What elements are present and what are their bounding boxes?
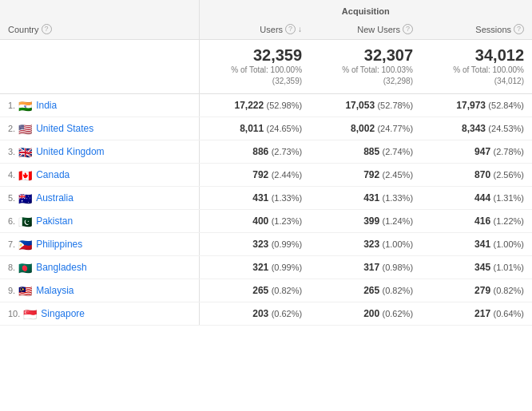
new-users-pct: (0.98%) xyxy=(383,263,414,272)
new-users-cell: 885 (2.74%) xyxy=(310,140,421,164)
sessions-value: 870 xyxy=(474,169,490,180)
users-value: 17,222 xyxy=(234,100,264,111)
users-cell: 323 (0.99%) xyxy=(199,233,310,256)
users-sort-arrow[interactable]: ↓ xyxy=(298,25,302,34)
sessions-cell: 947 (2.78%) xyxy=(421,140,532,164)
country-link[interactable]: United Kingdom xyxy=(36,146,104,157)
country-link[interactable]: Philippines xyxy=(36,239,82,250)
new-users-cell: 431 (1.33%) xyxy=(310,187,421,210)
totals-new-users-cell: 32,307 % of Total: 100.03%(32,298) xyxy=(310,40,421,94)
new-users-cell: 17,053 (52.78%) xyxy=(310,94,421,117)
users-pct: (24.65%) xyxy=(267,124,303,133)
sessions-pct: (24.53%) xyxy=(488,124,524,133)
country-link[interactable]: Pakistan xyxy=(36,215,73,227)
sessions-cell: 870 (2.56%) xyxy=(421,164,532,187)
users-pct: (2.44%) xyxy=(272,170,303,180)
sessions-pct: (1.31%) xyxy=(493,193,524,203)
country-link[interactable]: Canada xyxy=(36,169,69,180)
sessions-pct: (52.84%) xyxy=(488,101,524,110)
users-info-icon[interactable]: ? xyxy=(285,24,296,34)
country-cell: 3. 🇬🇧 United Kingdom xyxy=(0,140,199,164)
row-number: 8. xyxy=(8,263,15,272)
new-users-cell: 399 (1.24%) xyxy=(310,210,421,233)
country-cell: 6. 🇵🇰 Pakistan xyxy=(0,210,199,233)
totals-row: 32,359 % of Total: 100.00%(32,359) 32,30… xyxy=(0,40,532,94)
sessions-pct: (1.00%) xyxy=(493,239,524,249)
country-cell: 4. 🇨🇦 Canada xyxy=(0,164,199,187)
new-users-cell: 317 (0.98%) xyxy=(310,256,421,279)
new-users-pct: (0.62%) xyxy=(383,309,414,318)
table-row: 10. 🇸🇬 Singapore 203 (0.62%) 200 (0.62%)… xyxy=(0,302,532,326)
table-row: 3. 🇬🇧 United Kingdom 886 (2.73%) 885 (2.… xyxy=(0,140,532,164)
country-flag: 🇨🇦 xyxy=(18,170,33,180)
row-number: 7. xyxy=(8,239,15,249)
sessions-pct: (0.64%) xyxy=(493,309,524,318)
users-cell: 8,011 (24.65%) xyxy=(199,117,310,140)
new-users-pct: (0.82%) xyxy=(383,286,414,295)
country-link[interactable]: United States xyxy=(36,123,93,134)
users-value: 265 xyxy=(252,285,268,296)
sessions-value: 8,343 xyxy=(462,123,486,134)
users-pct: (0.99%) xyxy=(272,239,303,249)
sessions-value: 416 xyxy=(474,215,490,227)
new-users-pct: (1.33%) xyxy=(383,193,414,203)
totals-sessions-main: 34,012 xyxy=(429,46,524,65)
country-link[interactable]: Bangladesh xyxy=(36,262,86,273)
sessions-column-header[interactable]: Sessions ? xyxy=(421,19,532,40)
sessions-value: 17,973 xyxy=(456,100,486,111)
country-flag: 🇦🇺 xyxy=(18,193,33,204)
sessions-label: Sessions xyxy=(475,25,511,34)
users-column-header[interactable]: Users ? ↓ xyxy=(199,19,310,40)
country-link[interactable]: India xyxy=(36,100,57,111)
country-link[interactable]: Australia xyxy=(36,192,73,204)
users-pct: (1.33%) xyxy=(272,193,303,203)
country-link[interactable]: Singapore xyxy=(41,308,85,319)
new-users-info-icon[interactable]: ? xyxy=(403,24,413,34)
sessions-cell: 217 (0.64%) xyxy=(421,302,532,326)
new-users-pct: (24.77%) xyxy=(377,124,413,133)
totals-new-users-main: 32,307 xyxy=(318,46,413,65)
users-value: 203 xyxy=(252,308,268,319)
sessions-value: 947 xyxy=(474,146,490,157)
row-number: 6. xyxy=(8,216,15,226)
country-link[interactable]: Malaysia xyxy=(36,285,73,296)
users-cell: 886 (2.73%) xyxy=(199,140,310,164)
sessions-cell: 279 (0.82%) xyxy=(421,279,532,302)
new-users-value: 792 xyxy=(363,169,379,180)
new-users-value: 265 xyxy=(363,285,379,296)
new-users-column-header[interactable]: New Users ? xyxy=(310,19,421,40)
new-users-value: 431 xyxy=(363,192,379,204)
users-cell: 265 (0.82%) xyxy=(199,279,310,302)
new-users-pct: (1.00%) xyxy=(383,239,414,249)
sessions-pct: (0.82%) xyxy=(493,286,524,295)
users-pct: (0.82%) xyxy=(272,286,303,295)
new-users-cell: 200 (0.62%) xyxy=(310,302,421,326)
sessions-pct: (2.56%) xyxy=(493,170,524,180)
sessions-pct: (2.78%) xyxy=(493,147,524,156)
users-value: 431 xyxy=(252,192,268,204)
sessions-info-icon[interactable]: ? xyxy=(514,24,524,34)
table-row: 1. 🇮🇳 India 17,222 (52.98%) 17,053 (52.7… xyxy=(0,94,532,117)
users-label: Users xyxy=(260,25,283,34)
sessions-cell: 444 (1.31%) xyxy=(421,187,532,210)
totals-new-users-sub: % of Total: 100.03%(32,298) xyxy=(318,65,413,87)
users-cell: 17,222 (52.98%) xyxy=(199,94,310,117)
new-users-cell: 792 (2.45%) xyxy=(310,164,421,187)
users-pct: (0.62%) xyxy=(272,309,303,318)
country-cell: 1. 🇮🇳 India xyxy=(0,94,199,117)
new-users-pct: (2.74%) xyxy=(383,147,414,156)
sessions-cell: 341 (1.00%) xyxy=(421,233,532,256)
row-number: 4. xyxy=(8,170,15,180)
country-info-icon[interactable]: ? xyxy=(42,24,52,34)
table-row: 8. 🇧🇩 Bangladesh 321 (0.99%) 317 (0.98%)… xyxy=(0,256,532,279)
users-cell: 203 (0.62%) xyxy=(199,302,310,326)
row-number: 3. xyxy=(8,147,15,156)
country-cell: 2. 🇺🇸 United States xyxy=(0,117,199,140)
users-pct: (0.99%) xyxy=(272,263,303,272)
country-flag: 🇵🇰 xyxy=(18,216,33,227)
sessions-cell: 345 (1.01%) xyxy=(421,256,532,279)
table-row: 2. 🇺🇸 United States 8,011 (24.65%) 8,002… xyxy=(0,117,532,140)
users-value: 321 xyxy=(252,262,268,273)
row-number: 10. xyxy=(8,309,20,318)
country-flag: 🇺🇸 xyxy=(18,124,33,134)
